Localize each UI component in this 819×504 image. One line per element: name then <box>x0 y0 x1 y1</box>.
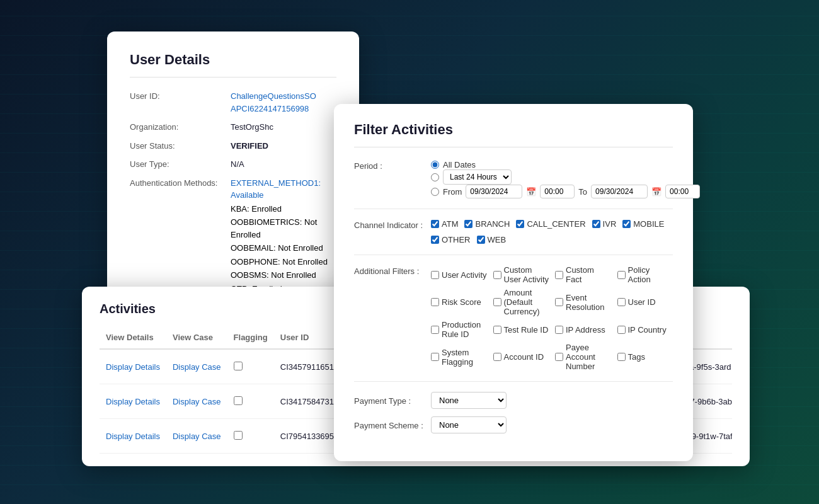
from-date-input[interactable] <box>466 185 522 198</box>
additional-filters-label: Additional Filters : <box>354 265 423 276</box>
col-view-details: View Details <box>100 328 166 349</box>
filter-system-flagging-checkbox[interactable] <box>431 353 439 361</box>
filter-tags-checkbox[interactable] <box>617 353 626 361</box>
payment-type-label: Payment Type : <box>354 395 423 406</box>
payment-scheme-label: Payment Scheme : <box>354 420 423 430</box>
user-type-row: User Type: N/A <box>130 158 336 171</box>
col-flagging: Flagging <box>227 328 274 349</box>
display-case-link-1[interactable]: Display Case <box>173 397 221 406</box>
channel-ivr[interactable]: IVR <box>592 219 617 229</box>
filter-custom-user-activity-checkbox[interactable] <box>493 271 501 279</box>
channel-web-checkbox[interactable] <box>477 236 485 244</box>
channel-label: Channel Indicator : <box>354 219 423 230</box>
to-time-input[interactable] <box>665 185 700 198</box>
filter-account-id[interactable]: Account ID <box>493 343 549 371</box>
flagging-checkbox-0[interactable] <box>234 362 243 370</box>
all-dates-row: All Dates <box>431 160 700 169</box>
period-label: Period : <box>354 160 423 171</box>
display-case-link-2[interactable]: Display Case <box>173 432 221 441</box>
date-range-row: From 📅 To 📅 <box>431 185 700 198</box>
filter-test-rule-id[interactable]: Test Rule ID <box>493 320 549 339</box>
channel-mobile[interactable]: MOBILE <box>622 219 664 229</box>
filter-custom-user-activity[interactable]: Custom User Activity <box>493 265 549 284</box>
filter-production-rule-id[interactable]: Production Rule ID <box>431 320 487 339</box>
filter-risk-score[interactable]: Risk Score <box>431 288 487 316</box>
date-range-radio[interactable] <box>431 188 439 196</box>
payment-type-row: Payment Type : None Credit Debit <box>354 392 673 409</box>
calendar-icon-from[interactable]: 📅 <box>526 187 536 197</box>
filter-system-flagging[interactable]: System Flagging <box>431 343 487 371</box>
user-id-row: User ID: ChallengeQuestionsSO APCI622414… <box>130 90 336 115</box>
user-type-value: N/A <box>231 158 244 171</box>
channel-section: Channel Indicator : ATM BRANCH CALL_CENT… <box>354 219 673 244</box>
channel-atm-checkbox[interactable] <box>431 220 439 228</box>
display-details-link-1[interactable]: Display Details <box>106 397 160 406</box>
additional-filters-grid: User Activity Custom User Activity Custo… <box>431 265 673 371</box>
flagging-checkbox-1[interactable] <box>234 396 243 405</box>
user-status-value: VERIFIED <box>231 140 268 152</box>
channel-branch[interactable]: BRANCH <box>464 219 510 229</box>
payment-scheme-select[interactable]: None SEPA ACH <box>431 416 507 433</box>
filter-ip-country-checkbox[interactable] <box>617 326 626 334</box>
auth-method-1: KBA: Enrolled <box>231 203 336 215</box>
from-time-input[interactable] <box>540 185 575 198</box>
organization-value: TestOrgShc <box>231 121 273 134</box>
last24-select[interactable]: Last 24 Hours Last 48 Hours Last 7 Days <box>443 169 512 185</box>
filter-ip-country[interactable]: IP Country <box>617 320 673 339</box>
filter-user-id[interactable]: User ID <box>617 288 673 316</box>
all-dates-radio[interactable] <box>431 161 439 169</box>
payment-scheme-row: Payment Scheme : None SEPA ACH <box>354 416 673 433</box>
filter-test-rule-id-checkbox[interactable] <box>493 326 501 334</box>
channel-ivr-checkbox[interactable] <box>592 220 600 228</box>
filter-production-rule-id-checkbox[interactable] <box>431 326 439 334</box>
filter-amount[interactable]: Amount (Default Currency) <box>493 288 549 316</box>
filter-custom-fact-checkbox[interactable] <box>555 271 563 279</box>
last24-radio[interactable] <box>431 173 439 181</box>
display-case-link-0[interactable]: Display Case <box>173 362 221 372</box>
auth-method-2: OOBBIOMETRICS: Not Enrolled <box>231 216 336 241</box>
filter-activities-card: Filter Activities Period : All Dates Las… <box>334 104 693 461</box>
additional-filters-section: Additional Filters : User Activity Custo… <box>354 265 673 371</box>
from-label: From <box>443 187 462 197</box>
channel-other[interactable]: OTHER <box>431 235 471 244</box>
filter-tags[interactable]: Tags <box>617 343 673 371</box>
user-type-label: User Type: <box>130 158 231 171</box>
channel-mobile-checkbox[interactable] <box>622 220 631 228</box>
last24-row: Last 24 Hours Last 48 Hours Last 7 Days <box>431 169 700 185</box>
channel-web[interactable]: WEB <box>477 235 507 244</box>
filter-custom-fact[interactable]: Custom Fact <box>555 265 611 284</box>
filter-event-resolution[interactable]: Event Resolution <box>555 288 611 316</box>
filter-payee-account-number[interactable]: Payee Account Number <box>555 343 611 371</box>
payment-type-select[interactable]: None Credit Debit <box>431 392 507 409</box>
filter-payee-account-number-checkbox[interactable] <box>555 353 563 361</box>
filter-account-id-checkbox[interactable] <box>493 353 501 361</box>
calendar-icon-to[interactable]: 📅 <box>651 187 662 197</box>
channel-branch-checkbox[interactable] <box>464 220 472 228</box>
auth-method-3: OOBEMAIL: Not Enrolled <box>231 242 336 255</box>
to-date-input[interactable] <box>591 185 648 198</box>
filter-user-activity-checkbox[interactable] <box>431 271 439 279</box>
auth-method-5: OOBSMS: Not Enrolled <box>231 269 336 282</box>
filter-user-id-checkbox[interactable] <box>617 298 626 306</box>
filter-risk-score-checkbox[interactable] <box>431 298 439 306</box>
display-details-link-0[interactable]: Display Details <box>106 362 160 372</box>
to-label: To <box>578 187 587 197</box>
channel-atm[interactable]: ATM <box>431 219 458 229</box>
channel-other-checkbox[interactable] <box>431 236 439 244</box>
all-dates-label: All Dates <box>443 160 476 169</box>
channel-call-center[interactable]: CALL_CENTER <box>516 219 585 229</box>
period-section: Period : All Dates Last 24 Hours Last 48… <box>354 160 673 198</box>
organization-label: Organization: <box>130 121 231 134</box>
filter-policy-action-checkbox[interactable] <box>617 271 626 279</box>
filter-ip-address[interactable]: IP Address <box>555 320 611 339</box>
filter-amount-checkbox[interactable] <box>493 298 501 306</box>
filter-user-activity[interactable]: User Activity <box>431 265 487 284</box>
filter-ip-address-checkbox[interactable] <box>555 326 563 334</box>
channel-call-center-checkbox[interactable] <box>516 220 524 228</box>
additional-filters-controls: User Activity Custom User Activity Custo… <box>431 265 673 371</box>
flagging-checkbox-2[interactable] <box>234 431 243 440</box>
filter-policy-action[interactable]: Policy Action <box>617 265 673 284</box>
display-details-link-2[interactable]: Display Details <box>106 432 160 441</box>
filter-event-resolution-checkbox[interactable] <box>555 298 563 306</box>
auth-method-0: EXTERNAL_METHOD1: Available <box>231 177 336 202</box>
